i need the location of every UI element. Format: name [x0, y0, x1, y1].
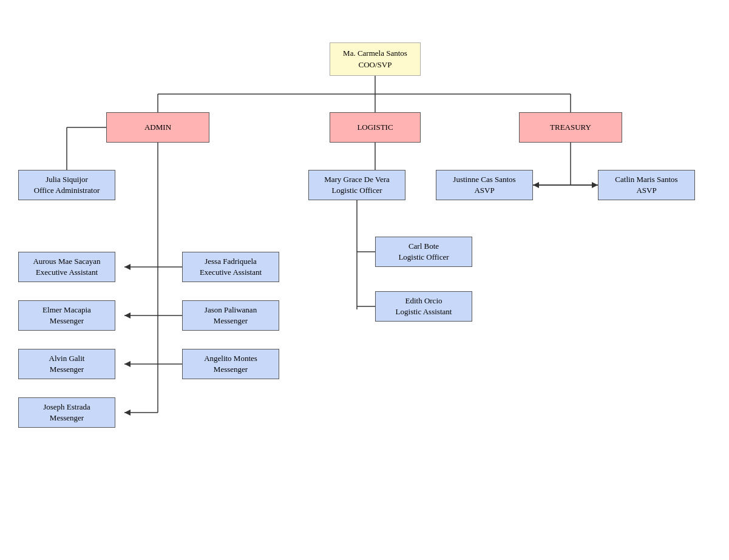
box-edith: Edith OrcioLogistic Assistant [375, 291, 472, 322]
box-name-treasury: TREASURY [550, 122, 591, 133]
box-role-justinne: ASVP [474, 185, 494, 196]
box-name-joseph: Joseph Estrada [43, 402, 90, 413]
box-role-edith: Logistic Assistant [396, 306, 452, 317]
box-jason: Jason PaliwananMessenger [182, 300, 279, 331]
box-root: Ma. Carmela SantosCOO/SVP [330, 42, 421, 76]
svg-marker-27 [592, 182, 598, 188]
box-name-angelito: Angelito Montes [204, 353, 257, 364]
svg-marker-28 [533, 182, 539, 188]
page-title [0, 0, 729, 18]
box-angelito: Angelito MontesMessenger [182, 349, 279, 379]
box-name-alvin: Alvin Galit [49, 353, 85, 364]
box-role-jason: Messenger [214, 315, 248, 326]
svg-marker-15 [124, 361, 131, 367]
box-alvin: Alvin GalitMessenger [18, 349, 115, 379]
box-name-justinne: Justinne Cas Santos [453, 174, 515, 185]
box-role-julia: Office Administrator [34, 185, 100, 196]
box-name-jessa: Jessa Fadriquela [205, 256, 257, 267]
svg-marker-17 [124, 410, 131, 416]
box-name-aurous: Aurous Mae Sacayan [33, 256, 100, 267]
box-name-root: Ma. Carmela Santos [343, 48, 407, 59]
box-name-admin: ADMIN [144, 122, 171, 133]
box-name-jason: Jason Paliwanan [205, 305, 257, 315]
box-justinne: Justinne Cas SantosASVP [436, 170, 533, 200]
org-chart: Catlin double arrow --> Ma. Carmela Sant… [0, 24, 729, 546]
box-role-carl: Logistic Officer [398, 252, 449, 263]
svg-marker-13 [124, 312, 131, 319]
box-admin: ADMIN [106, 112, 209, 143]
box-name-carl: Carl Bote [409, 241, 439, 252]
box-aurous: Aurous Mae SacayanExecutive Assistant [18, 252, 115, 282]
box-treasury: TREASURY [519, 112, 622, 143]
box-role-joseph: Messenger [50, 413, 84, 423]
box-role-catlin: ASVP [636, 185, 656, 196]
box-role-mary_grace: Logistic Officer [331, 185, 382, 196]
box-carl: Carl BoteLogistic Officer [375, 237, 472, 267]
box-name-mary_grace: Mary Grace De Vera [324, 174, 390, 185]
box-role-jessa: Executive Assistant [200, 267, 262, 278]
box-joseph: Joseph EstradaMessenger [18, 397, 115, 428]
connectors-svg: Catlin double arrow --> [0, 24, 729, 546]
box-logistic: LOGISTIC [330, 112, 421, 143]
box-name-julia: Julia Siquijor [46, 174, 88, 185]
box-name-elmer: Elmer Macapia [42, 305, 91, 315]
svg-marker-11 [124, 264, 131, 270]
box-role-angelito: Messenger [214, 364, 248, 375]
box-role-alvin: Messenger [50, 364, 84, 375]
box-catlin: Catlin Maris SantosASVP [598, 170, 695, 200]
box-role-elmer: Messenger [50, 315, 84, 326]
box-name-edith: Edith Orcio [405, 295, 442, 306]
box-role-root: COO/SVP [359, 59, 392, 70]
box-julia: Julia SiquijorOffice Administrator [18, 170, 115, 200]
box-jessa: Jessa FadriquelaExecutive Assistant [182, 252, 279, 282]
box-role-aurous: Executive Assistant [36, 267, 98, 278]
box-elmer: Elmer MacapiaMessenger [18, 300, 115, 331]
box-name-catlin: Catlin Maris Santos [615, 174, 677, 185]
box-mary_grace: Mary Grace De VeraLogistic Officer [308, 170, 405, 200]
box-name-logistic: LOGISTIC [357, 122, 393, 133]
